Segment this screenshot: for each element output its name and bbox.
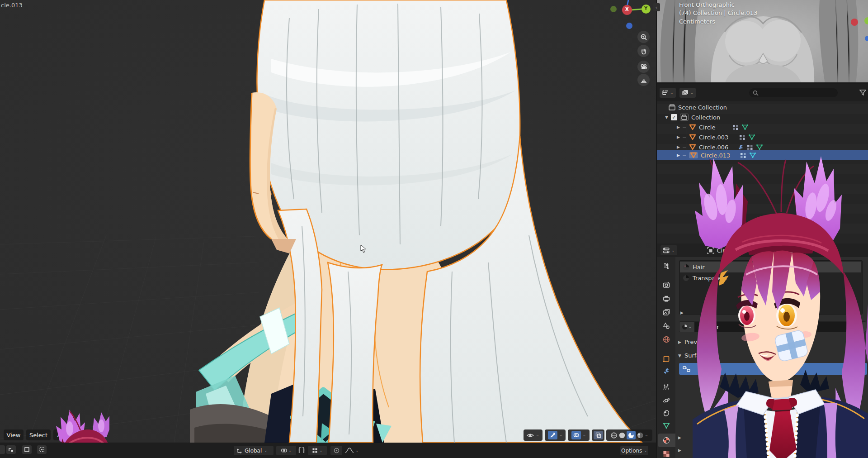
options-button[interactable]: Options ⌄: [620, 446, 648, 455]
material-icon: [683, 264, 689, 271]
collection-checkbox[interactable]: ✓: [671, 114, 677, 120]
modifier-wrench-icon: [737, 144, 744, 150]
vtuber-avatar: [693, 156, 868, 458]
zoom-icon[interactable]: [637, 31, 650, 43]
scene-collection-label: Scene Collection: [678, 104, 727, 111]
select-mode-new[interactable]: [0, 445, 5, 454]
axis-x-label: X: [625, 7, 629, 12]
mini-avatar: [53, 409, 117, 443]
filter-icon[interactable]: [859, 90, 866, 96]
viewport-3d[interactable]: cle.013 X Y: [0, 0, 656, 443]
menu-select-label: Select: [29, 432, 47, 439]
scene-collection-icon: [669, 104, 675, 110]
select-mode-subtract[interactable]: [22, 445, 32, 454]
outliner-display-mode-button[interactable]: ⌄: [679, 88, 696, 98]
outliner-row-object[interactable]: ▶ Circle.003: [677, 132, 755, 142]
tab-object-icon[interactable]: [663, 355, 670, 363]
collection-expand-icon[interactable]: ▼: [665, 115, 668, 119]
gizmo-visibility-toggle[interactable]: ⌄: [524, 429, 542, 441]
blender-window: cle.013 X Y: [0, 0, 868, 458]
material-browse-button[interactable]: ⌄: [679, 321, 694, 332]
xray-toggle[interactable]: [592, 429, 604, 441]
pivot-point-dropdown[interactable]: ⌄: [276, 446, 296, 455]
navigation-gizmo[interactable]: X Y: [606, 0, 656, 33]
preview-collection-label: (74) Collection | Circle.013: [679, 10, 757, 16]
tab-scene-icon[interactable]: [663, 322, 670, 329]
mesh-data-grid-icon: [732, 124, 739, 130]
preview-expand-icon: ▶: [678, 340, 681, 344]
search-icon: [753, 90, 759, 96]
xray-icon: [594, 431, 603, 439]
overlays-toggle[interactable]: ⌄: [568, 429, 590, 441]
collection-label: Collection: [691, 114, 720, 121]
collection-icon: [680, 114, 689, 121]
object-expand-icon[interactable]: ▶: [677, 125, 680, 129]
axis-y-label: Y: [644, 6, 647, 11]
menu-view-label: View: [7, 432, 21, 439]
gizmo-icon: [548, 431, 557, 439]
tab-physics-icon[interactable]: [663, 397, 670, 404]
preview-viewport[interactable]: Front Orthographic (74) Collection | Cir…: [657, 0, 868, 84]
tab-data-icon[interactable]: [663, 422, 670, 429]
viewport-scene: [0, 0, 656, 443]
outliner-row-scene-collection[interactable]: Scene Collection: [669, 102, 727, 112]
mesh-data-grid-icon: [747, 144, 753, 150]
mesh-object-icon: [689, 124, 696, 130]
transform-orientation-dropdown[interactable]: Global ⌄: [234, 446, 274, 455]
object-expand-icon[interactable]: ▶: [677, 145, 680, 149]
select-mode-extend[interactable]: [6, 445, 16, 454]
snap-magnet-icon[interactable]: [298, 447, 305, 454]
tab-output-icon[interactable]: [663, 295, 670, 302]
orientation-label: Global: [245, 448, 262, 454]
tab-view-layer-icon[interactable]: [663, 309, 670, 316]
outliner-editor-type-button[interactable]: ⌄: [660, 88, 676, 98]
menu-view[interactable]: View: [4, 429, 24, 440]
snap-grid-icon: [312, 448, 318, 453]
tab-constraints-icon[interactable]: [663, 410, 670, 417]
use-nodes-icon: [683, 366, 690, 372]
outliner-header: ⌄ ⌄: [657, 84, 868, 101]
tab-texture-icon[interactable]: [663, 450, 670, 458]
slots-specials-expand-icon[interactable]: ▶: [680, 310, 684, 315]
panel-expand-icon[interactable]: ▶: [678, 448, 681, 453]
display-mode-icon: [682, 90, 689, 96]
orientation-axes-icon: [236, 448, 242, 453]
shading-mode-group[interactable]: ⌄: [606, 429, 652, 441]
tab-world-icon[interactable]: [663, 336, 670, 343]
mesh-data-icon: [748, 134, 755, 140]
tab-material-icon[interactable]: [663, 437, 670, 444]
proportional-circle-icon: [334, 448, 340, 453]
axis-neg-y-ball: [610, 6, 617, 12]
grid-icon[interactable]: [637, 74, 650, 86]
panel-expand-icon[interactable]: ▶: [678, 435, 681, 440]
falloff-curve-icon[interactable]: [345, 447, 354, 453]
menu-select[interactable]: Select: [26, 429, 51, 440]
preview-units-label: Centimeters: [679, 18, 715, 25]
snap-target-dropdown[interactable]: ⌄: [308, 446, 327, 455]
viewport-object-label: cle.013: [1, 2, 23, 9]
gizmos-toggle[interactable]: ⌄: [545, 429, 566, 441]
shading-rendered-icon: [637, 432, 644, 439]
select-mode-invert[interactable]: [37, 445, 47, 454]
tab-render-icon[interactable]: [663, 281, 670, 289]
options-label: Options: [621, 448, 642, 454]
object-label: Circle.003: [699, 134, 728, 141]
outliner-search-field[interactable]: [749, 88, 838, 97]
tab-modifiers-icon[interactable]: [663, 367, 670, 375]
proportional-editing-toggle[interactable]: [330, 446, 342, 455]
object-expand-icon[interactable]: ▶: [677, 153, 680, 157]
shading-material-icon[interactable]: [627, 431, 636, 439]
properties-editor-type-button[interactable]: ⌄: [660, 245, 677, 255]
object-expand-icon[interactable]: ▶: [677, 135, 680, 139]
pan-hand-icon[interactable]: [637, 45, 650, 57]
preview-view-label: Front Orthographic: [679, 1, 735, 8]
overlays-icon: [571, 431, 581, 439]
eye-icon: [527, 432, 534, 439]
outliner-row-collection[interactable]: ▼ ✓ Collection: [665, 112, 720, 122]
object-label: Circle.006: [699, 144, 728, 151]
outliner-row-object[interactable]: ▶ Circle: [677, 122, 749, 132]
pane-collapse-tab[interactable]: ‹: [653, 3, 660, 11]
tab-tool-icon[interactable]: [663, 262, 670, 270]
tab-particles-icon[interactable]: [663, 383, 670, 391]
camera-icon[interactable]: [637, 61, 650, 73]
